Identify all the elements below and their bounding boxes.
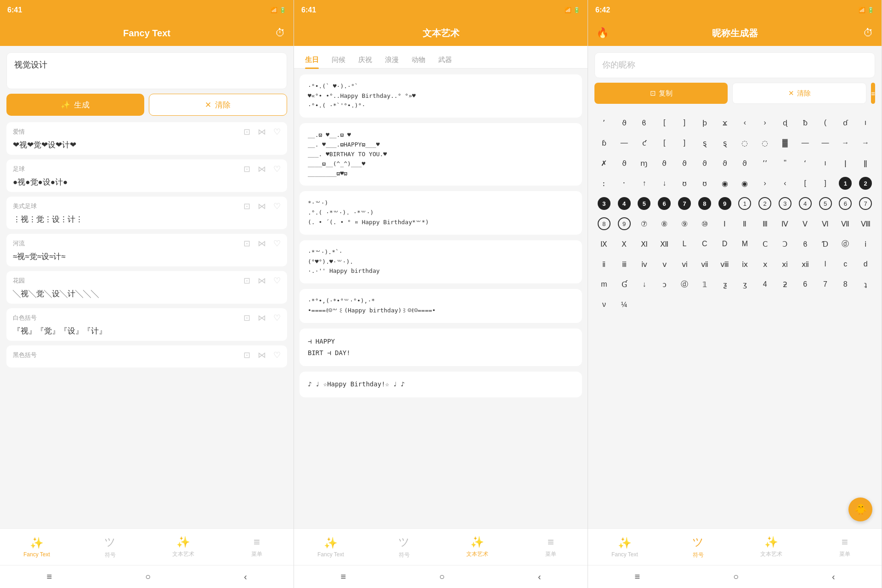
heart-icon-1[interactable]: ♡ bbox=[273, 164, 281, 174]
symbol-cell-72[interactable]: ⑦ bbox=[635, 214, 654, 233]
symbol-cell-55[interactable]: 2 bbox=[856, 174, 875, 193]
tab-celebrate[interactable]: 庆祝 bbox=[352, 52, 379, 68]
system-back-btn-3[interactable]: ‹ bbox=[832, 571, 835, 582]
symbol-cell-67[interactable]: 5 bbox=[816, 194, 835, 213]
nav-menu-2[interactable]: ≡ 菜单 bbox=[532, 536, 569, 558]
history-icon-3[interactable]: ⏱ bbox=[863, 27, 873, 39]
nav-fancy-text-2[interactable]: ✨ Fancy Text bbox=[312, 537, 349, 558]
symbol-cell-30[interactable]: ɱ bbox=[635, 153, 654, 173]
symbol-cell-17[interactable]: [ bbox=[655, 133, 674, 153]
symbol-cell-48[interactable]: ◉ bbox=[715, 174, 735, 193]
symbol-cell-46[interactable]: ʊ bbox=[675, 174, 694, 193]
symbol-cell-118[interactable]: ƺ bbox=[715, 275, 735, 294]
art-card-5[interactable]: ⊣ HAPPYBIRT ⊣ DAY! bbox=[300, 328, 582, 366]
symbol-cell-15[interactable]: — bbox=[615, 133, 634, 153]
symbol-cell-105[interactable]: ⅸ bbox=[735, 254, 754, 274]
art-card-6[interactable]: ♪ ♩ ☆Happy Birthday!☆ ♩ ♪ bbox=[300, 372, 582, 397]
nav-art-1[interactable]: ✨ 文本艺术 bbox=[165, 536, 202, 558]
symbol-cell-47[interactable]: ʊ bbox=[695, 174, 714, 193]
system-menu-btn-2[interactable]: ≡ bbox=[340, 571, 346, 582]
symbol-cell-66[interactable]: 4 bbox=[796, 194, 815, 213]
symbol-cell-63[interactable]: 1 bbox=[735, 194, 754, 213]
symbol-cell-78[interactable]: Ⅲ bbox=[755, 214, 775, 233]
symbol-cell-3[interactable]: [ bbox=[655, 113, 674, 132]
symbol-cell-77[interactable]: Ⅱ bbox=[735, 214, 754, 233]
heart-icon-2[interactable]: ♡ bbox=[273, 201, 281, 211]
symbol-cell-95[interactable]: Ɗ bbox=[816, 234, 835, 254]
symbol-cell-60[interactable]: 7 bbox=[675, 194, 694, 213]
nav-menu-1[interactable]: ≡ 菜单 bbox=[238, 536, 275, 558]
system-home-btn-2[interactable]: ○ bbox=[439, 571, 445, 582]
symbol-cell-120[interactable]: 4 bbox=[755, 275, 775, 294]
copy-icon-3[interactable]: ⊡ bbox=[243, 238, 250, 249]
symbol-cell-121[interactable]: ƻ bbox=[775, 275, 795, 294]
symbol-cell-56[interactable]: 3 bbox=[594, 194, 614, 213]
copy-icon-0[interactable]: ⊡ bbox=[243, 127, 250, 137]
symbol-cell-70[interactable]: 8 bbox=[594, 214, 614, 233]
symbol-cell-35[interactable]: ϑ bbox=[735, 153, 754, 173]
symbol-cell-79[interactable]: Ⅳ bbox=[775, 214, 795, 233]
symbol-cell-9[interactable]: ɖ bbox=[775, 113, 795, 132]
symbol-cell-122[interactable]: 6 bbox=[796, 275, 815, 294]
symbol-cell-42[interactable]: ː bbox=[594, 174, 614, 193]
symbol-cell-2[interactable]: ϐ bbox=[635, 113, 654, 132]
heart-icon-5[interactable]: ♡ bbox=[273, 313, 281, 323]
clear-button-3[interactable]: ✕ 清除 bbox=[732, 83, 866, 104]
menu-button-3[interactable]: ≡ bbox=[871, 83, 875, 104]
nav-symbol-1[interactable]: ツ 符号 bbox=[92, 535, 129, 559]
symbol-cell-64[interactable]: 2 bbox=[755, 194, 775, 213]
copy-icon-4[interactable]: ⊡ bbox=[243, 276, 250, 286]
symbol-cell-33[interactable]: ϑ bbox=[695, 153, 714, 173]
nickname-input[interactable]: 你的昵称 bbox=[594, 52, 875, 78]
symbol-cell-54[interactable]: 1 bbox=[836, 174, 855, 193]
symbol-cell-96[interactable]: ⓓ bbox=[836, 234, 855, 254]
share-icon-3[interactable]: ⋈ bbox=[258, 238, 266, 249]
symbol-cell-6[interactable]: ϫ bbox=[715, 113, 735, 132]
symbol-cell-29[interactable]: ϑ bbox=[615, 153, 634, 173]
symbol-cell-68[interactable]: 6 bbox=[836, 194, 855, 213]
symbol-cell-126[interactable]: ν bbox=[594, 295, 614, 314]
symbol-cell-51[interactable]: ‹ bbox=[775, 174, 795, 193]
symbol-cell-45[interactable]: ↓ bbox=[655, 174, 674, 193]
symbol-cell-76[interactable]: Ⅰ bbox=[715, 214, 735, 233]
symbol-cell-27[interactable]: → bbox=[856, 133, 875, 153]
symbol-cell-7[interactable]: ‹ bbox=[735, 113, 754, 132]
float-action-btn[interactable]: 🐥 bbox=[848, 498, 872, 521]
symbol-cell-65[interactable]: 3 bbox=[775, 194, 795, 213]
art-card-1[interactable]: __.ϖ ♥__.ϖ ♥__. ♥___.ϖHAPPYϖ___♥___. ♥BI… bbox=[300, 123, 582, 186]
symbol-cell-103[interactable]: ⅶ bbox=[695, 254, 714, 274]
symbol-cell-82[interactable]: Ⅶ bbox=[836, 214, 855, 233]
nav-art-3[interactable]: ✨ 文本艺术 bbox=[753, 536, 790, 558]
symbol-cell-115[interactable]: ɔ bbox=[655, 275, 674, 294]
symbol-cell-71[interactable]: 9 bbox=[615, 214, 634, 233]
art-card-2[interactable]: *·꒳·).°.( ·*꒳·). ·*꒳·)(. • ´(. • ° ¤ Hap… bbox=[300, 191, 582, 234]
symbol-cell-62[interactable]: 9 bbox=[715, 194, 735, 213]
symbol-cell-93[interactable]: Ɔ bbox=[775, 234, 795, 254]
system-menu-btn-1[interactable]: ≡ bbox=[46, 571, 52, 582]
clear-button-1[interactable]: ✕ 清除 bbox=[149, 94, 288, 116]
symbol-cell-111[interactable]: d bbox=[856, 254, 875, 274]
tab-romance[interactable]: 浪漫 bbox=[379, 52, 405, 68]
symbol-cell-1[interactable]: ϑ bbox=[615, 113, 634, 132]
system-menu-btn-3[interactable]: ≡ bbox=[634, 571, 640, 582]
symbol-cell-20[interactable]: ȿ bbox=[715, 133, 735, 153]
symbol-cell-124[interactable]: 8 bbox=[836, 275, 855, 294]
symbol-cell-90[interactable]: D bbox=[715, 234, 735, 254]
symbol-cell-41[interactable]: ǁ bbox=[856, 153, 875, 173]
share-icon-0[interactable]: ⋈ bbox=[258, 127, 266, 137]
nav-symbol-2[interactable]: ツ 符号 bbox=[386, 535, 423, 559]
symbol-cell-12[interactable]: ɗ bbox=[836, 113, 855, 132]
symbol-cell-21[interactable]: ◌ bbox=[735, 133, 754, 153]
art-card-0[interactable]: ·°•.(` ♥·).·°`♥«°• •°..Happy Birthday..°… bbox=[300, 74, 582, 118]
heart-icon-6[interactable]: ♡ bbox=[273, 350, 281, 360]
symbol-cell-11[interactable]: ( bbox=[816, 113, 835, 132]
symbol-cell-81[interactable]: Ⅵ bbox=[816, 214, 835, 233]
heart-icon-4[interactable]: ♡ bbox=[273, 276, 281, 286]
copy-icon-2[interactable]: ⊡ bbox=[243, 201, 250, 211]
copy-icon-6[interactable]: ⊡ bbox=[243, 350, 250, 360]
symbol-cell-117[interactable]: 𝟙 bbox=[695, 275, 714, 294]
system-home-btn-3[interactable]: ○ bbox=[733, 571, 739, 582]
nav-fancy-text-3[interactable]: ✨ Fancy Text bbox=[606, 537, 643, 558]
symbol-cell-106[interactable]: ⅹ bbox=[755, 254, 775, 274]
share-icon-1[interactable]: ⋈ bbox=[258, 164, 266, 174]
